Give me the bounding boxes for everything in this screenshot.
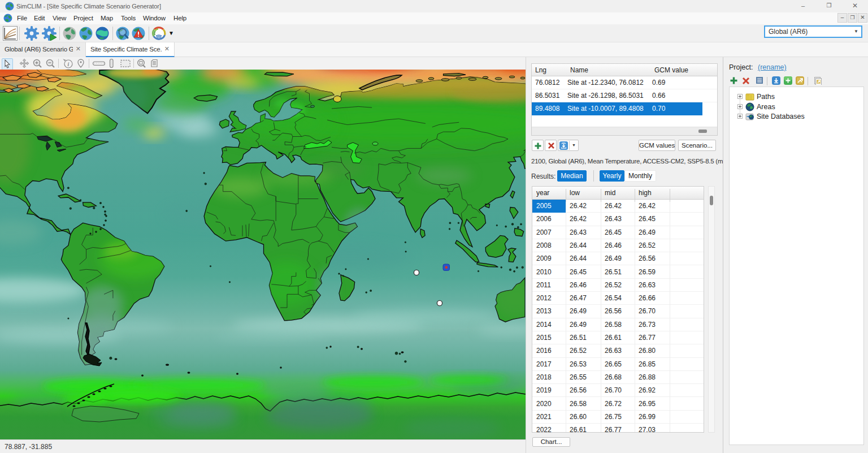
svg-text:i: i (68, 61, 70, 67)
